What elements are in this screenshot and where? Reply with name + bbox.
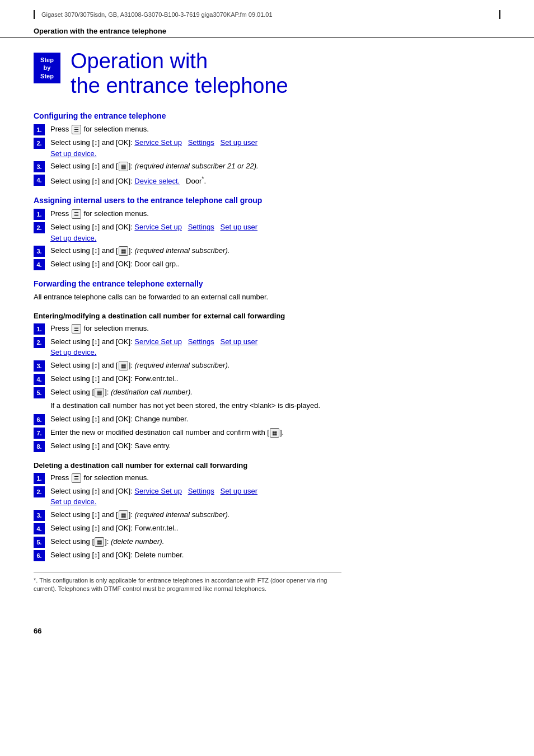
step-item: 2. Select using [↕] and [OK]: Service Se… xyxy=(34,486,500,508)
subsection-delete: Deleting a destination call number for e… xyxy=(34,461,500,561)
step-number: 3. xyxy=(34,246,45,257)
link-settings: Settings xyxy=(188,487,214,495)
step-item: 2. Select using [↕] and [OK]: Service Se… xyxy=(34,137,500,159)
step-text: Select using [↕] and [OK]: Service Set u… xyxy=(50,137,500,159)
link-service-setup: Service Set up xyxy=(134,138,182,147)
step-text: Select using [↕] and [OK]: Service Set u… xyxy=(50,486,500,508)
main-title: Operation with the entrance telephone xyxy=(71,49,288,98)
step-number: 6. xyxy=(34,550,45,561)
step-text: Select using [↕] and [OK]: Forw.entr.tel… xyxy=(50,373,500,384)
step-text: Select using [↕] and [▦]: (required inte… xyxy=(50,360,500,371)
menu-icon: ☰ xyxy=(72,209,81,219)
step-number: 4. xyxy=(34,374,45,385)
step-number: 2. xyxy=(34,138,45,149)
link-setup-user: Set up user xyxy=(221,487,258,495)
menu-icon: ☰ xyxy=(72,473,81,483)
link-setup-device: Set up device. xyxy=(50,234,96,242)
step-number: 6. xyxy=(34,414,45,425)
step-number: 1. xyxy=(34,323,45,335)
step-number: 2. xyxy=(34,486,45,497)
section-forwarding: Forwarding the entrance telephone extern… xyxy=(34,279,500,561)
step-item: 1. Press ☰ for selection menus. xyxy=(34,323,500,335)
section-heading-text: Operation with the entrance telephone xyxy=(34,27,166,35)
step-badge: Step by Step xyxy=(34,53,60,83)
title-area: Step by Step Operation with the entrance… xyxy=(34,49,500,98)
enter-icon: ▦ xyxy=(95,388,104,397)
section-assigning-title: Assigning internal users to the entrance… xyxy=(34,196,500,205)
step-number xyxy=(34,401,45,412)
link-settings: Settings xyxy=(188,337,214,346)
step-text: Select using [↕] and [OK]: Forw.entr.tel… xyxy=(50,523,500,534)
step-item: 7. Enter the new or modified destination… xyxy=(34,427,500,439)
step-number: 1. xyxy=(34,124,45,135)
step-item: 2. Select using [↕] and [OK]: Service Se… xyxy=(34,222,500,243)
section-heading-bar: Operation with the entrance telephone xyxy=(0,22,534,38)
link-setup-device: Set up device. xyxy=(50,149,96,158)
step-item: 6. Select using [↕] and [OK]: Change num… xyxy=(34,414,500,425)
menu-icon: ☰ xyxy=(72,324,81,334)
step-text: Select using [↕] and [OK]: Service Set u… xyxy=(50,222,500,243)
page-number: 66 xyxy=(0,616,534,646)
enter-icon: ▦ xyxy=(119,162,128,171)
main-title-line1: Operation with xyxy=(71,49,288,74)
step-text: Press ☰ for selection menus. xyxy=(50,323,500,334)
step-number: 4. xyxy=(34,175,45,186)
step-number: 2. xyxy=(34,337,45,348)
link-service-setup: Service Set up xyxy=(134,487,182,495)
forwarding-intro: All entrance telephone calls can be forw… xyxy=(34,292,500,303)
step-text: Select using [↕] and [▦]: (required inte… xyxy=(50,245,500,256)
page-container: Gigaset 3070/3075isdn, GB, A31008-G3070-… xyxy=(0,0,534,756)
step-text: Select using [↕] and [OK]: Service Set u… xyxy=(50,336,500,358)
link-setup-device: Set up device. xyxy=(50,497,96,506)
configuring-steps: 1. Press ☰ for selection menus. 2. Selec… xyxy=(34,124,500,187)
step-text: Select using [↕] and [OK]: Change number… xyxy=(50,414,500,425)
enter-icon: ▦ xyxy=(270,428,279,438)
step-item: 4. Select using [↕] and [OK]: Forw.entr.… xyxy=(34,373,500,385)
step-item: 1. Press ☰ for selection menus. xyxy=(34,472,500,484)
step-text: Select using [▦]: (delete number). xyxy=(50,536,500,547)
step-item: 5. Select using [▦]: (destination call n… xyxy=(34,387,500,398)
step-item: 1. Press ☰ for selection menus. xyxy=(34,208,500,220)
step-number: 5. xyxy=(34,537,45,548)
enter-icon: ▦ xyxy=(119,510,128,520)
step-number: 2. xyxy=(34,222,45,233)
step-text: Press ☰ for selection menus. xyxy=(50,208,500,219)
step-number: 5. xyxy=(34,387,45,398)
step-number: 8. xyxy=(34,441,45,452)
menu-icon: ☰ xyxy=(72,125,81,134)
step-text: Select using [↕] and [▦]: (required inte… xyxy=(50,161,500,172)
step-number: 7. xyxy=(34,428,45,439)
link-setup-user: Set up user xyxy=(221,337,258,346)
step-badge-line3: Step xyxy=(38,72,56,80)
step-number: 4. xyxy=(34,259,45,270)
footnote: *. This configuration is only applicable… xyxy=(34,572,341,594)
delete-steps: 1. Press ☰ for selection menus. 2. Selec… xyxy=(34,472,500,561)
subsection-enter-modify: Entering/modifying a destination call nu… xyxy=(34,312,500,452)
link-setup-user: Set up user xyxy=(221,138,258,147)
header-meta: Gigaset 3070/3075isdn, GB, A31008-G3070-… xyxy=(0,0,534,22)
step-text: Press ☰ for selection menus. xyxy=(50,472,500,483)
step-item: 6. Select using [↕] and [OK]: Delete num… xyxy=(34,550,500,561)
link-service-setup: Service Set up xyxy=(134,223,182,231)
step-item: 2. Select using [↕] and [OK]: Service Se… xyxy=(34,336,500,358)
link-service-setup: Service Set up xyxy=(134,337,182,346)
step-number: 3. xyxy=(34,161,45,172)
main-title-line2: the entrance telephone xyxy=(71,74,288,98)
main-content: Step by Step Operation with the entrance… xyxy=(0,38,534,616)
enter-modify-steps: 1. Press ☰ for selection menus. 2. Selec… xyxy=(34,323,500,452)
step-text: Press ☰ for selection menus. xyxy=(50,124,500,135)
step-badge-line1: Step xyxy=(38,56,56,64)
left-pipe: Gigaset 3070/3075isdn, GB, A31008-G3070-… xyxy=(34,10,273,19)
link-setup-device: Set up device. xyxy=(50,348,96,356)
step-item: 3. Select using [↕] and [▦]: (required i… xyxy=(34,161,500,172)
step-item: 4. Select using [↕] and [OK]: Forw.entr.… xyxy=(34,523,500,534)
step-text: Select using [↕] and [OK]: Delete number… xyxy=(50,550,500,561)
step-item: 5. Select using [▦]: (delete number). xyxy=(34,536,500,548)
enter-icon: ▦ xyxy=(119,246,128,256)
subsection-delete-title: Deleting a destination call number for e… xyxy=(34,461,500,469)
step-text: If a destination call number has not yet… xyxy=(50,400,500,411)
step-badge-line2: by xyxy=(38,64,56,72)
subsection-enter-title: Entering/modifying a destination call nu… xyxy=(34,312,500,320)
link-settings: Settings xyxy=(188,223,214,231)
step-text: Select using [↕] and [OK]: Door call grp… xyxy=(50,259,500,270)
